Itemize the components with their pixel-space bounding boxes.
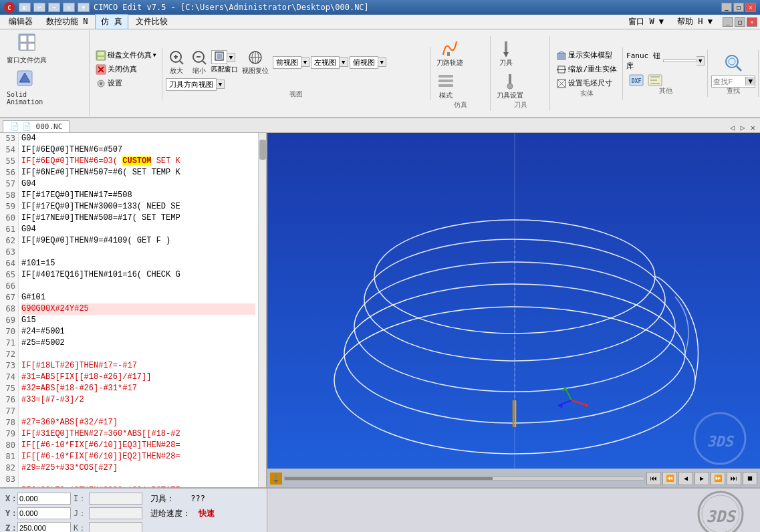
search-go-button[interactable]: ▼ [745, 77, 755, 86]
code-line[interactable] [21, 349, 255, 360]
tab-nav-prev[interactable]: ◁ [728, 123, 737, 132]
code-line[interactable]: IF[#6NE#0]THEN#507=#6( SET TEMP K [21, 167, 255, 178]
set-blank-button[interactable]: 设置毛坯尺寸 [553, 77, 620, 90]
front-view-btn[interactable]: 前视图 [273, 56, 301, 69]
tool-settings-button[interactable]: 刀具设置 [494, 70, 526, 102]
code-line[interactable]: #33=[#7-#3]/2 [21, 394, 255, 406]
menu-simulation[interactable]: 仿 真 [95, 14, 128, 29]
zoom-in-button[interactable]: 放大 [166, 48, 187, 77]
mini-icon-2[interactable]: ↩ [33, 3, 45, 12]
code-line[interactable] [21, 474, 255, 485]
mini-icon-4[interactable]: ↑ [63, 3, 75, 12]
code-text[interactable]: G04IF[#6EQ#0]THEN#6=#507IF[#6EQ#0]THEN#6… [19, 133, 258, 487]
code-line[interactable] [21, 406, 255, 417]
zoom-out-button[interactable]: 缩小 [188, 48, 210, 77]
top-view-btn[interactable]: 俯视图 [350, 56, 378, 69]
menu-help[interactable]: 帮助 H ▼ [671, 14, 719, 29]
mini-icon-1[interactable]: ◧ [19, 3, 31, 12]
menu-nc-functions[interactable]: 数控功能 N [40, 14, 94, 29]
search-input[interactable] [712, 78, 745, 86]
fanuc-combo-dropdown[interactable]: ▼ [696, 56, 705, 65]
mini-icon-5[interactable]: ▼ [78, 3, 90, 12]
play-prev-button[interactable]: ◀ [678, 472, 693, 485]
code-line[interactable] [21, 247, 255, 258]
code-line[interactable]: IF[#17EQ#0]THEN#17=#508 [21, 190, 255, 201]
match-window-dropdown[interactable]: ▼ [227, 53, 235, 62]
left-view-dropdown[interactable]: ▼ [340, 57, 348, 67]
toolpath-button[interactable]: 刀路轨迹 [434, 37, 466, 69]
i-value-input[interactable] [89, 493, 142, 505]
k-value-input[interactable] [89, 522, 142, 532]
top-view-combo[interactable]: 俯视图 ▼ [350, 56, 386, 69]
code-line[interactable]: #101=15 [21, 258, 255, 269]
front-view-dropdown[interactable]: ▼ [301, 57, 309, 67]
code-line[interactable]: IF[#6EQ#0]THEN#6=#507 [21, 144, 255, 156]
play-next-fast-button[interactable]: ⏩ [711, 472, 725, 485]
show-solid-model-button[interactable]: 显示实体模型 [553, 49, 620, 62]
code-line[interactable]: #32=ABS[#18-#26]-#31*#17 [21, 383, 255, 394]
playback-slider[interactable] [284, 477, 644, 481]
match-window-combo[interactable]: ▼ [211, 50, 238, 64]
title-window-controls[interactable]: _ □ ✕ [721, 3, 756, 12]
search-big-button[interactable] [711, 51, 755, 74]
code-line[interactable]: IF[#18LT#26]THEN#17=-#17 [21, 360, 255, 372]
menu-restore[interactable]: □ [735, 17, 745, 27]
menu-minimize[interactable]: _ [723, 17, 733, 27]
close-button[interactable]: ✕ [745, 3, 756, 12]
y-value-input[interactable] [17, 507, 71, 519]
z-value-input[interactable] [17, 522, 71, 532]
code-line[interactable]: IF[#17EQ#0]THEN#3000=133( NEED SE [21, 201, 255, 213]
code-line[interactable]: IF[#31EQ0]THEN#27=360*ABS[[#18-#2 [21, 428, 255, 440]
tool-dir-view-dropdown[interactable]: ▼ [217, 80, 225, 89]
code-line[interactable]: IF[#4017EQ16]THEN#101=16( CHECK G [21, 269, 255, 281]
menu-close[interactable]: ✕ [747, 17, 757, 27]
play-last-button[interactable]: ⏭ [727, 472, 741, 485]
play-prev-fast-button[interactable]: ⏪ [662, 472, 677, 485]
play-first-button[interactable]: ⏮ [646, 472, 661, 485]
code-line[interactable] [21, 281, 255, 292]
minimize-button[interactable]: _ [721, 3, 732, 12]
close-sim-button[interactable]: 关闭仿真 [93, 63, 159, 76]
code-line[interactable]: G04 [21, 133, 255, 144]
code-line[interactable]: #27=360*ABS[#32/#17] [21, 417, 255, 428]
scale-solid-button[interactable]: 缩放/重生实体 [553, 63, 620, 76]
top-view-dropdown[interactable]: ▼ [378, 57, 386, 67]
code-line[interactable]: IF[#6EQ#0]THEN#6=03( CUSTOM SET K [21, 156, 255, 167]
fanuc-combo[interactable]: ▼ [663, 56, 705, 65]
code-line[interactable]: IF[#17NE#0]THEN#508=#17( SET TEMP [21, 213, 255, 224]
disk-file-sim-button[interactable]: 碰盘文件仿真 ▼ [93, 49, 159, 62]
mini-icon-3[interactable]: ↪ [48, 3, 60, 12]
code-line[interactable]: G#101 [21, 292, 255, 303]
tab-nav-close[interactable]: ✕ [749, 123, 757, 132]
j-value-input[interactable] [89, 507, 142, 519]
code-line[interactable]: G15 [21, 315, 255, 326]
scrollbar-thumb[interactable] [259, 140, 266, 160]
left-view-combo[interactable]: 左视图 ▼ [311, 56, 348, 69]
code-line[interactable]: #24=#5001 [21, 326, 255, 338]
maximize-button[interactable]: □ [733, 3, 744, 12]
code-line[interactable]: #31=ABS[FIX[[#18-#26]/#17]] [21, 372, 255, 383]
code-line[interactable]: IF[#33LT0.1]THEN#3000=133( ROTATE [21, 485, 255, 487]
code-line[interactable]: IF[[#6-10*FIX[#6/10]]EQ3]THEN#28= [21, 440, 255, 451]
vertical-scrollbar[interactable] [258, 133, 266, 487]
front-view-combo[interactable]: 前视图 ▼ [273, 56, 309, 69]
tool-button[interactable]: 刀具 [494, 37, 518, 69]
menu-window[interactable]: 窗口 W ▼ [622, 14, 670, 29]
match-window-btn[interactable] [211, 50, 227, 64]
x-value-input[interactable] [17, 493, 71, 505]
fanuc-combo-value[interactable] [663, 59, 696, 62]
view-reset-button[interactable]: 视图复位 [239, 48, 271, 77]
tab-nav-next[interactable]: ▷ [739, 123, 747, 132]
code-line[interactable]: #29=#25+#33*COS[#27] [21, 462, 255, 474]
settings-button[interactable]: 设置 [93, 77, 159, 90]
solid-animation-button[interactable]: SolidAnimation [4, 68, 45, 108]
tab-000nc[interactable]: 📄 📄 000.NC [3, 120, 70, 132]
3d-viewport[interactable]: 3DS ⏮ ⏪ ◀ ▶ ⏩ ⏭ ⏹ [267, 133, 760, 487]
dxf-button[interactable]: DXF [626, 73, 646, 88]
menu-editor[interactable]: 编辑器 [3, 14, 39, 29]
code-line[interactable]: #25=#5002 [21, 338, 255, 349]
play-next-button[interactable]: ▶ [694, 472, 709, 485]
mode-button[interactable]: 模式 [434, 70, 458, 102]
code-line[interactable]: G04 [21, 224, 255, 235]
menu-file-compare[interactable]: 文件比较 [130, 14, 174, 29]
